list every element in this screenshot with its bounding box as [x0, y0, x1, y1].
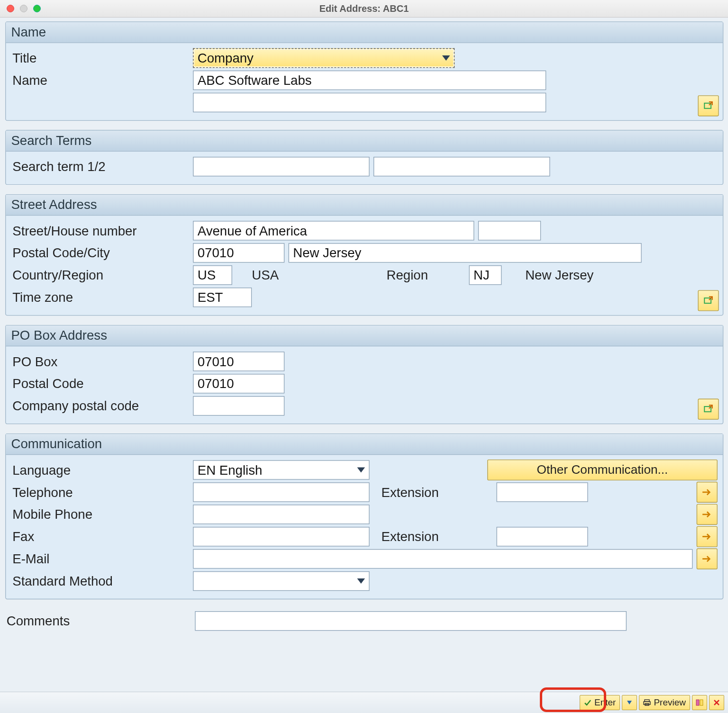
comments-input[interactable] — [195, 611, 627, 631]
fax-input[interactable] — [193, 527, 370, 546]
expand-icon — [703, 404, 714, 415]
chevron-down-icon — [442, 55, 450, 61]
company-postal-label: Company postal code — [11, 398, 189, 414]
name-input[interactable] — [193, 71, 546, 90]
country-input[interactable] — [193, 265, 232, 285]
expand-icon — [703, 296, 714, 306]
postal-code-input[interactable] — [193, 243, 284, 262]
company-postal-input[interactable] — [193, 396, 284, 415]
region-text: New Jersey — [506, 268, 594, 283]
region-label: Region — [387, 268, 465, 283]
fax-ext-input[interactable] — [496, 527, 588, 546]
arrow-right-icon — [702, 488, 712, 496]
email-more-button[interactable] — [697, 549, 718, 569]
group-name: Name Title Company Name — [5, 21, 723, 121]
standard-method-select[interactable] — [193, 571, 370, 591]
enter-button-label: Enter — [594, 697, 616, 708]
dropdown-button[interactable] — [622, 695, 637, 710]
group-pobox-header: PO Box Address — [6, 325, 722, 346]
group-name-header: Name — [6, 22, 722, 43]
chevron-down-icon — [357, 467, 365, 472]
language-select[interactable]: EN English — [193, 460, 370, 479]
arrow-right-icon — [702, 511, 712, 519]
group-search-header: Search Terms — [6, 131, 722, 152]
name-label: Name — [11, 73, 189, 88]
fax-ext-label: Extension — [373, 529, 492, 544]
name2-input[interactable] — [193, 93, 546, 112]
funnel-down-icon — [627, 700, 632, 705]
telephone-ext-label: Extension — [373, 485, 492, 500]
pobox-label: PO Box — [11, 354, 189, 369]
title-select-value: Company — [198, 51, 254, 66]
telephone-ext-input[interactable] — [496, 482, 588, 502]
house-number-input[interactable] — [478, 221, 541, 240]
telephone-label: Telephone — [11, 485, 189, 500]
svg-rect-6 — [696, 700, 699, 705]
comments-label: Comments — [5, 614, 195, 629]
mobile-more-button[interactable] — [697, 504, 718, 525]
group-comm-header: Communication — [6, 434, 722, 455]
bottom-toolbar: Enter Preview — [0, 692, 728, 713]
title-label: Title — [11, 51, 189, 66]
pobox-postal-label: Postal Code — [11, 376, 189, 391]
other-communication-button[interactable]: Other Communication... — [487, 460, 718, 480]
email-label: E-Mail — [11, 551, 189, 567]
titlebar: Edit Address: ABC1 — [0, 0, 728, 18]
timezone-input[interactable] — [193, 288, 252, 307]
search-term-label: Search term 1/2 — [11, 159, 189, 174]
chevron-down-icon — [357, 578, 365, 584]
email-input[interactable] — [193, 549, 692, 569]
window-title: Edit Address: ABC1 — [0, 3, 728, 14]
street-label: Street/House number — [11, 223, 189, 238]
check-icon — [584, 699, 592, 706]
pobox-input[interactable] — [193, 352, 284, 371]
search-term2-input[interactable] — [373, 157, 550, 176]
region-input[interactable] — [469, 265, 501, 285]
close-icon — [713, 699, 720, 706]
expand-pobox-button[interactable] — [698, 399, 719, 420]
standard-method-label: Standard Method — [11, 574, 189, 589]
cancel-button[interactable] — [709, 695, 724, 710]
postal-city-label: Postal Code/City — [11, 245, 189, 261]
enter-button[interactable]: Enter — [580, 695, 620, 710]
comments-row: Comments — [5, 609, 723, 631]
svg-rect-7 — [700, 700, 703, 705]
arrow-right-icon — [702, 555, 712, 563]
arrow-right-icon — [702, 532, 712, 541]
group-street-header: Street Address — [6, 195, 722, 216]
mobile-input[interactable] — [193, 505, 370, 524]
title-select[interactable]: Company — [193, 48, 455, 68]
city-input[interactable] — [289, 243, 642, 262]
telephone-more-button[interactable] — [697, 482, 718, 503]
language-label: Language — [11, 462, 189, 478]
country-text: USA — [236, 268, 382, 283]
window: Edit Address: ABC1 Name Title Company Na… — [0, 0, 728, 713]
group-pobox-address: PO Box Address PO Box Postal Code Compan… — [5, 325, 723, 424]
pobox-postal-input[interactable] — [193, 374, 284, 393]
telephone-input[interactable] — [193, 482, 370, 502]
preview-button[interactable]: Preview — [639, 695, 690, 710]
fax-label: Fax — [11, 529, 189, 544]
print-icon — [643, 699, 651, 706]
preview-button-label: Preview — [654, 697, 686, 708]
timezone-label: Time zone — [11, 290, 189, 305]
other-communication-label: Other Communication... — [537, 463, 668, 477]
group-communication: Communication Language EN English Other … — [5, 433, 723, 600]
street-input[interactable] — [193, 221, 474, 240]
language-select-value: EN English — [198, 462, 263, 478]
expand-name-button[interactable] — [698, 95, 719, 116]
layout-icon — [696, 699, 703, 706]
country-region-label: Country/Region — [11, 268, 189, 283]
fax-more-button[interactable] — [697, 526, 718, 547]
layout-button[interactable] — [692, 695, 707, 710]
group-search-terms: Search Terms Search term 1/2 — [5, 130, 723, 185]
expand-street-button[interactable] — [698, 290, 719, 311]
expand-icon — [703, 100, 714, 111]
mobile-label: Mobile Phone — [11, 507, 189, 522]
content: Name Title Company Name — [0, 18, 728, 635]
search-term1-input[interactable] — [193, 157, 370, 176]
svg-rect-4 — [644, 702, 650, 704]
group-street-address: Street Address Street/House number Posta… — [5, 194, 723, 316]
